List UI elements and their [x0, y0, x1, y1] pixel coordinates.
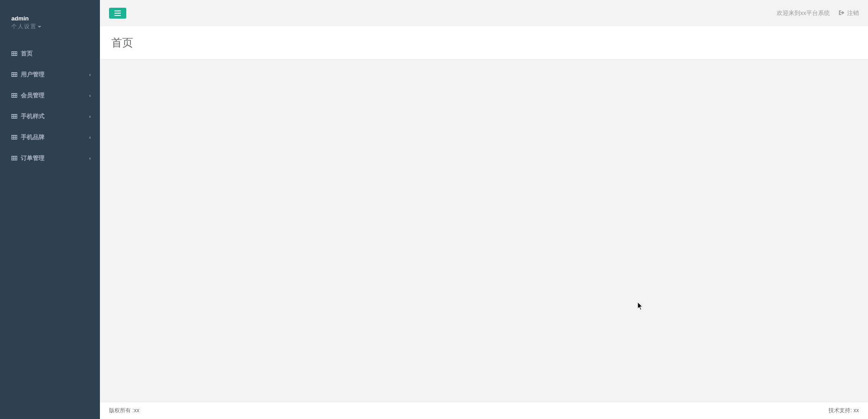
sign-out-icon	[839, 10, 844, 17]
svg-rect-29	[11, 137, 17, 138]
svg-rect-8	[11, 74, 17, 75]
logout-label: 注销	[847, 9, 859, 17]
user-settings-dropdown[interactable]: 个人设置	[11, 23, 41, 30]
nav-label: 手机样式	[21, 112, 89, 120]
table-icon	[11, 114, 17, 119]
sidebar-item-phone-style[interactable]: 手机样式 ‹	[0, 106, 100, 127]
svg-rect-41	[17, 156, 17, 160]
svg-rect-43	[114, 13, 121, 14]
svg-rect-35	[11, 156, 17, 157]
sidebar-item-order-mgmt[interactable]: 订单管理 ‹	[0, 148, 100, 169]
logout-link[interactable]: 注销	[839, 9, 859, 17]
chevron-left-icon: ‹	[89, 135, 91, 140]
footer: 版权所有 :xx 技术支持: xx	[100, 402, 868, 419]
svg-rect-39	[13, 156, 14, 160]
table-icon	[11, 156, 17, 161]
chevron-left-icon: ‹	[89, 155, 91, 161]
topbar: 欢迎来到xx平台系统 注销	[100, 0, 868, 26]
svg-rect-30	[11, 139, 17, 140]
svg-rect-25	[13, 114, 14, 119]
nav-header: admin 个人设置	[0, 0, 100, 39]
svg-rect-9	[11, 76, 17, 77]
svg-rect-15	[11, 95, 17, 96]
svg-rect-31	[11, 135, 12, 140]
svg-rect-18	[13, 93, 14, 98]
sidebar-item-member-mgmt[interactable]: 会员管理 ‹	[0, 85, 100, 106]
svg-rect-36	[11, 158, 17, 159]
topbar-right: 欢迎来到xx平台系统 注销	[777, 9, 859, 17]
sidebar-item-home[interactable]: 首页	[0, 43, 100, 64]
caret-down-icon	[38, 26, 41, 28]
svg-rect-38	[11, 156, 12, 160]
svg-rect-21	[11, 114, 17, 115]
page-title: 首页	[111, 35, 857, 50]
footer-copyright: 版权所有 :xx	[109, 407, 139, 414]
nav-label: 手机品牌	[21, 133, 89, 141]
nav-list: 首页 用户管理 ‹ 会员管理 ‹	[0, 39, 100, 169]
svg-rect-11	[13, 72, 14, 77]
svg-rect-6	[17, 51, 17, 56]
svg-rect-22	[11, 116, 17, 117]
nav-label: 订单管理	[21, 154, 89, 162]
table-icon	[11, 135, 17, 140]
chevron-left-icon: ‹	[89, 114, 91, 119]
svg-rect-27	[17, 114, 17, 119]
svg-rect-13	[17, 72, 17, 77]
svg-rect-10	[11, 72, 12, 77]
chevron-left-icon: ‹	[89, 93, 91, 98]
footer-support: 技术支持: xx	[828, 407, 859, 414]
svg-rect-44	[114, 15, 121, 16]
sidebar-item-phone-brand[interactable]: 手机品牌 ‹	[0, 127, 100, 148]
sidebar: admin 个人设置 首页 用户管理	[0, 0, 100, 419]
svg-rect-1	[11, 53, 17, 54]
svg-rect-26	[15, 114, 15, 119]
welcome-text: 欢迎来到xx平台系统	[777, 9, 830, 17]
bars-icon	[114, 10, 121, 16]
svg-rect-40	[15, 156, 15, 160]
svg-rect-23	[11, 118, 17, 119]
svg-rect-33	[15, 135, 15, 140]
nav-label: 首页	[21, 50, 91, 58]
main-area: 欢迎来到xx平台系统 注销 首页 版权所有 :xx 技术支持: xx	[100, 0, 868, 419]
page-heading: 首页	[100, 26, 868, 60]
svg-rect-20	[17, 93, 17, 98]
toggle-sidebar-button[interactable]	[109, 8, 126, 19]
svg-rect-16	[11, 97, 17, 98]
chevron-left-icon: ‹	[89, 72, 91, 77]
svg-rect-34	[17, 135, 17, 140]
table-icon	[11, 51, 17, 56]
user-settings-label: 个人设置	[11, 23, 37, 30]
svg-rect-2	[11, 55, 17, 56]
svg-rect-32	[13, 135, 14, 140]
table-icon	[11, 93, 17, 98]
svg-rect-37	[11, 160, 17, 160]
svg-rect-28	[11, 135, 17, 136]
svg-rect-5	[15, 51, 15, 56]
svg-rect-3	[11, 51, 12, 56]
sidebar-item-user-mgmt[interactable]: 用户管理 ‹	[0, 64, 100, 85]
svg-rect-19	[15, 93, 15, 98]
svg-rect-4	[13, 51, 14, 56]
svg-rect-12	[15, 72, 15, 77]
content-area	[100, 60, 868, 402]
svg-rect-14	[11, 93, 17, 94]
nav-label: 会员管理	[21, 91, 89, 100]
nav-label: 用户管理	[21, 70, 89, 79]
username: admin	[11, 15, 89, 22]
svg-rect-42	[114, 10, 121, 11]
svg-rect-24	[11, 114, 12, 119]
svg-rect-7	[11, 72, 17, 73]
svg-rect-0	[11, 51, 17, 52]
table-icon	[11, 72, 17, 77]
svg-rect-17	[11, 93, 12, 98]
